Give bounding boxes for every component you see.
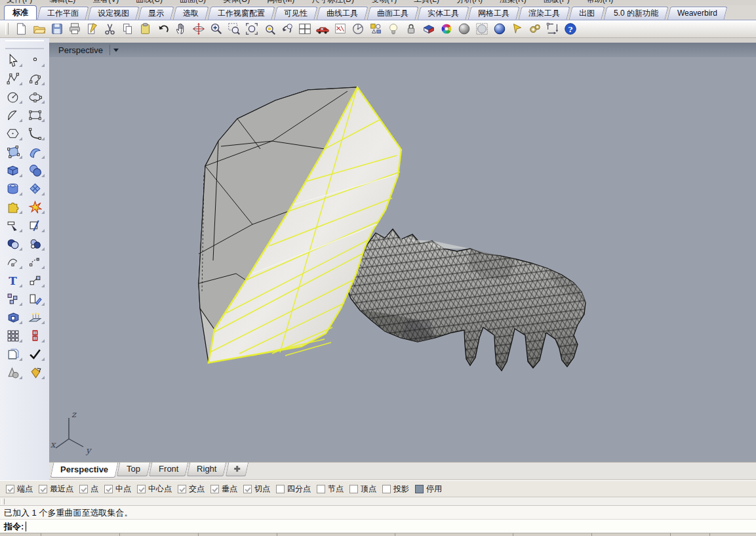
arc-icon[interactable] [3, 106, 24, 123]
ellipse-icon[interactable] [25, 88, 46, 105]
osnap-checkbox[interactable] [79, 485, 88, 493]
polyline-icon[interactable] [3, 70, 24, 87]
surface-pins-icon[interactable] [25, 308, 46, 325]
osnap-点[interactable]: 点 [79, 484, 98, 495]
solid-tools-icon[interactable] [3, 308, 24, 325]
osnap-垂点[interactable]: 垂点 [210, 484, 237, 495]
block-red-icon[interactable] [25, 327, 46, 344]
menu-item[interactable]: 曲线(C) [136, 0, 163, 5]
boolean-difference-icon[interactable] [25, 235, 46, 252]
text-icon[interactable]: T [3, 272, 24, 289]
menu-item[interactable]: 文件(F) [7, 0, 32, 5]
zoom-back-icon[interactable] [278, 21, 296, 37]
viewport-dropdown-icon[interactable] [113, 49, 119, 52]
command-dock-grip[interactable] [0, 497, 756, 506]
spheres-icon[interactable] [25, 161, 46, 178]
menu-item[interactable]: 实体(O) [223, 0, 250, 5]
osnap-中点[interactable]: 中点 [104, 484, 131, 495]
osnap-checkbox[interactable] [415, 485, 424, 493]
viewport-tab-front[interactable]: Front [149, 463, 189, 476]
osnap-checkbox[interactable] [137, 485, 146, 493]
polysurface-shoulder[interactable] [199, 87, 401, 363]
osnap-checkbox[interactable] [6, 485, 14, 493]
save-file-icon[interactable] [48, 21, 66, 37]
menu-item[interactable]: 分析(A) [456, 0, 483, 5]
toolbar-tab[interactable]: 选取 [173, 7, 209, 20]
toolbar-tab[interactable]: 标准 [4, 5, 37, 20]
cut-icon[interactable] [101, 21, 119, 37]
open-file-icon[interactable] [30, 21, 48, 37]
add-viewport-tab-button[interactable] [225, 463, 248, 476]
menu-item[interactable]: 查看(V) [92, 0, 119, 5]
array-icon[interactable] [3, 327, 24, 344]
osnap-checkbox[interactable] [178, 485, 186, 493]
toolbar-tab[interactable]: 可见性 [274, 7, 318, 20]
zoom-window-icon[interactable] [225, 21, 243, 37]
help-icon[interactable]: ? [561, 21, 579, 37]
rendered-view-icon[interactable] [490, 21, 508, 37]
new-file-icon[interactable] [12, 21, 30, 37]
polygon-icon[interactable] [3, 125, 24, 142]
menu-item[interactable]: 渲染(R) [500, 0, 527, 5]
print-icon[interactable] [66, 21, 83, 37]
osnap-交点[interactable]: 交点 [178, 484, 205, 495]
rotate-view-icon[interactable] [189, 21, 207, 37]
flag-icon[interactable] [508, 21, 526, 37]
menu-item[interactable]: 编辑(E) [49, 0, 75, 5]
extend-curve-icon[interactable] [25, 253, 46, 270]
command-input-line[interactable]: 指令: [0, 519, 756, 533]
boolean-union-icon[interactable] [3, 235, 24, 252]
menu-item[interactable]: 变动(T) [371, 0, 397, 5]
cylinder-icon[interactable] [3, 180, 24, 197]
export-icon[interactable] [83, 21, 101, 37]
move-icon[interactable] [25, 272, 46, 289]
osnap-顶点[interactable]: 顶点 [349, 484, 376, 495]
circle-icon[interactable] [3, 88, 24, 105]
osnap-节点[interactable]: 节点 [317, 484, 344, 495]
viewport-layout-icon[interactable] [296, 21, 313, 37]
named-view-icon[interactable] [313, 21, 331, 37]
zoom-extents-icon[interactable] [243, 21, 260, 37]
light-icon[interactable] [384, 21, 402, 37]
osnap-checkbox[interactable] [349, 485, 358, 493]
menu-item[interactable]: 工具(L) [414, 0, 439, 5]
shaded-view-icon[interactable] [455, 21, 473, 37]
osnap-四分点[interactable]: 四分点 [276, 484, 311, 495]
osnap-checkbox[interactable] [39, 485, 47, 493]
lock-icon[interactable] [402, 21, 420, 37]
menu-item[interactable]: 网格(M) [267, 0, 294, 5]
osnap-切点[interactable]: 切点 [243, 484, 270, 495]
osnap-checkbox[interactable] [317, 485, 325, 493]
point-icon[interactable] [25, 51, 46, 68]
osnap-checkbox[interactable] [243, 485, 252, 493]
toolbar-grip[interactable] [5, 23, 9, 35]
toolbar-tab[interactable]: 曲线工具 [317, 7, 368, 20]
check-icon[interactable] [25, 345, 46, 362]
copy-object-icon[interactable] [25, 290, 46, 307]
curve-handle-icon[interactable] [3, 253, 24, 270]
toolbar-tab[interactable]: 显示 [138, 7, 174, 20]
cone-icon[interactable] [3, 363, 24, 381]
paste-icon[interactable] [136, 21, 154, 37]
menu-item[interactable]: 面板(P) [544, 0, 570, 5]
menu-item[interactable]: 曲面(S) [180, 0, 206, 5]
toolbar-tab[interactable]: 网格工具 [468, 7, 520, 20]
toolbar-tab[interactable]: Weaverbird [667, 7, 728, 20]
osnap-checkbox[interactable] [276, 485, 285, 493]
menu-item[interactable]: 尺寸标注(D) [311, 0, 354, 5]
zoom-selected-icon[interactable] [260, 21, 278, 37]
viewport-tab-top[interactable]: Top [117, 463, 150, 476]
osnap-最近点[interactable]: 最近点 [39, 484, 73, 495]
split-icon[interactable] [25, 216, 46, 234]
toolbar-tab[interactable]: 工作视窗配置 [208, 7, 275, 20]
make-2d-icon[interactable] [331, 21, 349, 37]
zoom-in-icon[interactable] [207, 21, 225, 37]
fillet-curve-icon[interactable] [25, 125, 46, 142]
group-icon[interactable] [3, 290, 24, 307]
toolbar-tab[interactable]: 实体工具 [418, 7, 469, 20]
selection-filter-icon[interactable] [367, 21, 384, 37]
cplane-icon[interactable] [349, 21, 367, 37]
layers-icon[interactable] [3, 345, 24, 362]
rectangle-icon[interactable] [25, 106, 46, 123]
osnap-停用[interactable]: 停用 [415, 484, 442, 495]
